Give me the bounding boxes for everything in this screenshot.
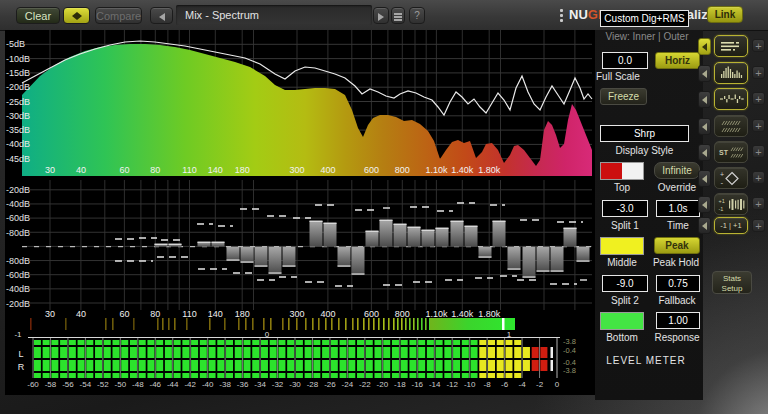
balance-bar	[338, 247, 351, 267]
svg-text:ST: ST	[719, 149, 729, 156]
mode-prev-arrow-waveform[interactable]	[698, 91, 711, 108]
spectrogram-view-button[interactable]	[714, 115, 748, 137]
time-field[interactable]: 1.0s	[656, 200, 700, 217]
preset-next-button[interactable]	[373, 7, 389, 24]
spectrum-bars-view-button[interactable]	[714, 62, 748, 84]
svg-text:-20: -20	[377, 380, 389, 389]
preset-selector[interactable]: Mix - Spectrum	[176, 5, 372, 25]
svg-text:-60dB: -60dB	[6, 213, 30, 223]
clear-button[interactable]: Clear	[16, 7, 60, 24]
swap-ab-button[interactable]	[63, 7, 90, 24]
svg-text:-20dB: -20dB	[6, 82, 30, 92]
svg-text:-38: -38	[219, 380, 231, 389]
balance-bar	[551, 247, 564, 272]
middle-color-swatch[interactable]	[600, 237, 644, 255]
bottom-color-swatch[interactable]	[600, 312, 644, 330]
mode-add-button[interactable]: +	[752, 197, 765, 210]
svg-text:180: 180	[235, 309, 250, 319]
svg-text:-8: -8	[484, 380, 492, 389]
balance-bar	[508, 247, 521, 270]
override-label: Override	[650, 182, 704, 193]
mode-add-button[interactable]: +	[752, 145, 765, 158]
peak-hold-label: Peak Hold	[648, 257, 704, 268]
balance-bar	[241, 247, 254, 263]
balance-bar	[564, 228, 577, 247]
correlation-spectrum-view-button[interactable]: +1 -1	[714, 193, 748, 215]
balance-bar	[394, 224, 407, 247]
svg-text:-80dB: -80dB	[6, 256, 30, 266]
left-arrow-icon	[702, 149, 707, 157]
full-scale-field[interactable]: 0.0	[602, 52, 648, 69]
override-infinite-button[interactable]: Infinite	[654, 162, 700, 179]
balance-bar	[537, 247, 550, 272]
svg-text:60: 60	[119, 309, 129, 319]
mode-add-button[interactable]: +	[752, 171, 765, 184]
peak-hold-marker	[551, 347, 554, 358]
difference-view-button[interactable]	[714, 88, 748, 110]
help-button[interactable]: ?	[409, 7, 425, 24]
svg-text:80: 80	[150, 309, 160, 319]
correlation-meter-view-button[interactable]: -1 | +1	[714, 217, 748, 234]
svg-text:-48: -48	[132, 380, 144, 389]
left-arrow-icon	[702, 201, 707, 209]
vectorscope-view-button[interactable]: + -	[714, 167, 748, 189]
fallback-field[interactable]: 0.75	[656, 275, 700, 292]
balance-bar	[493, 221, 506, 247]
mode-add-button[interactable]: +	[752, 66, 765, 79]
svg-text:80: 80	[150, 165, 160, 175]
preset-list-button[interactable]	[391, 7, 405, 24]
split1-field[interactable]: -3.0	[602, 200, 648, 217]
mode-add-button[interactable]: +	[752, 92, 765, 105]
spectrum-bars-icon	[715, 63, 747, 83]
middle-label: Middle	[600, 257, 644, 268]
svg-text:R: R	[18, 362, 25, 372]
full-scale-label: Full Scale	[596, 71, 654, 82]
spectrum-lines-view-button[interactable]	[714, 35, 748, 57]
svg-text:40: 40	[76, 309, 86, 319]
bottom-label: Bottom	[600, 332, 644, 343]
stats-setup-button[interactable]: StatsSetup	[712, 271, 752, 294]
svg-text:-12: -12	[446, 380, 458, 389]
mode-add-button[interactable]: +	[752, 39, 765, 52]
response-field[interactable]: 1.00	[656, 312, 700, 329]
custom-preset-field[interactable]: Custom Dig+RMS	[600, 10, 689, 27]
horiz-button[interactable]: Horiz	[655, 52, 700, 69]
mode-prev-arrow-spectrum[interactable]	[698, 38, 711, 55]
split1-label: Split 1	[602, 220, 648, 231]
list-icon	[394, 16, 402, 18]
svg-text:1.10k: 1.10k	[425, 165, 448, 175]
link-button[interactable]: Link	[707, 6, 743, 23]
mode-prev-arrow-stereo-spectrogram[interactable]	[698, 144, 711, 161]
svg-text:180: 180	[235, 165, 250, 175]
svg-text:-: -	[721, 178, 724, 187]
nugen-dots-icon	[560, 14, 563, 17]
mode-add-button[interactable]: +	[752, 219, 765, 232]
svg-text:-10: -10	[464, 380, 476, 389]
svg-text:-16: -16	[411, 380, 423, 389]
svg-text:-15dB: -15dB	[6, 68, 30, 78]
top-color-swatch[interactable]	[600, 162, 644, 180]
split2-field[interactable]: -9.0	[602, 275, 648, 292]
mode-add-button[interactable]: +	[752, 119, 765, 132]
left-arrow-icon	[702, 175, 707, 183]
next-arrow-icon	[378, 13, 384, 21]
svg-text:-52: -52	[97, 380, 109, 389]
stereo-spectrogram-view-button[interactable]: ST	[714, 141, 748, 163]
mode-prev-arrow-correlation-spectrum[interactable]	[698, 196, 711, 213]
svg-text:800: 800	[395, 309, 410, 319]
preset-prev-button[interactable]	[150, 7, 173, 24]
mode-prev-arrow-bars[interactable]	[698, 65, 711, 82]
svg-text:-28: -28	[307, 380, 319, 389]
top-label: Top	[600, 182, 644, 193]
response-label: Response	[648, 332, 706, 343]
stereo-spectrogram-icon: ST	[715, 142, 747, 162]
compare-button[interactable]: Compare	[95, 7, 142, 24]
svg-text:-35dB: -35dB	[6, 125, 30, 135]
svg-text:-40: -40	[202, 380, 214, 389]
mode-prev-arrow-correlation-meter[interactable]	[698, 217, 711, 234]
peak-button[interactable]: Peak	[654, 237, 700, 254]
freeze-button[interactable]: Freeze	[600, 88, 647, 105]
mode-prev-arrow-spectrogram[interactable]	[698, 118, 711, 135]
display-style-field[interactable]: Shrp	[600, 125, 689, 142]
mode-prev-arrow-vectorscope[interactable]	[698, 170, 711, 187]
